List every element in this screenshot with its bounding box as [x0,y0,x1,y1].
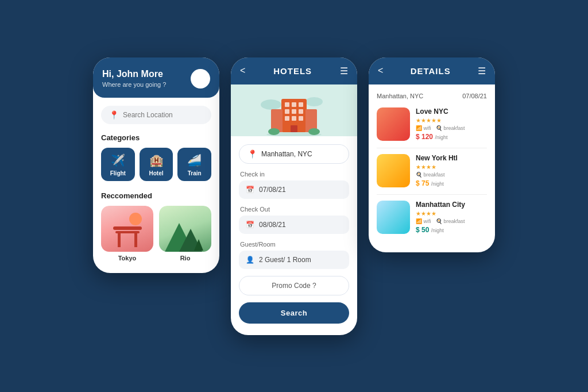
category-hotel[interactable]: 🏨 Hotel [140,148,173,181]
svg-rect-6 [285,109,289,114]
wifi-amenity-1: 📶 wifi [416,125,431,131]
recommended-title: Reccomended [101,191,211,200]
promo-field[interactable]: Promo Code ? [239,276,349,295]
hotel-amenities-3: 📶 wifi 🍳 breakfast [416,218,487,224]
rio-label: Rio [159,255,211,262]
checkout-field[interactable]: 📅 08/08/21 [239,216,349,234]
details-title: DETAILS [411,66,451,76]
hotel-thumb-3 [377,201,410,234]
greeting-area: Hi, John More Where are you going ? [102,69,166,88]
home-header: Hi, John More Where are you going ? [93,57,219,98]
promo-label: Promo Code ? [272,282,316,290]
breakfast-amenity-2: 🍳 breakfast [416,172,445,178]
guest-value: 2 Guest/ 1 Room [259,256,311,264]
breakfast-amenity-1: 🍳 breakfast [436,125,465,131]
divider-2 [377,194,487,195]
search-bar[interactable]: 📍 [101,106,211,124]
checkin-calendar-icon: 📅 [246,186,254,194]
hotel-card-3[interactable]: Manhattan City ★★★★ 📶 wifi 🍳 breakfast $… [377,201,487,234]
price-value-3: $ 50 [416,226,429,234]
location-value: Manhattan, NYC [261,150,312,158]
hotel-illustration [231,84,357,136]
svg-rect-4 [292,102,296,107]
hotel-stars-1: ★★★★★ [416,117,487,124]
category-flight[interactable]: ✈️ Flight [101,148,135,181]
search-button[interactable]: Search [239,302,349,324]
recommended-list: Tokyo Rio [101,206,211,262]
svg-point-16 [268,128,280,135]
details-menu-button[interactable]: ☰ [478,66,486,76]
hotel-info-3: Manhattan City ★★★★ 📶 wifi 🍳 breakfast $… [416,201,487,234]
checkout-calendar-icon: 📅 [246,221,254,229]
tokyo-sun [129,213,142,225]
rec-tokyo[interactable]: Tokyo [101,206,153,262]
svg-rect-9 [285,116,289,121]
checkin-field[interactable]: 📅 07/08/21 [239,180,349,199]
screens-container: Hi, John More Where are you going ? 📍 Ca… [93,57,495,335]
search-input[interactable] [123,111,203,119]
hotel-amenities-1: 📶 wifi 🍳 breakfast [416,125,487,131]
screen-hotels: < HOTELS ☰ [231,57,357,335]
price-night-1: /night [435,134,447,140]
hotel-card-1[interactable]: Love NYC ★★★★★ 📶 wifi 🍳 breakfast $ 120 … [377,107,487,141]
location-field[interactable]: 📍 Manhattan, NYC [239,144,349,164]
svg-point-0 [261,99,281,110]
screen-details: < DETAILS ☰ Manhattan, NYC 07/08/21 Love… [369,57,495,252]
home-body: 📍 Categories ✈️ Flight 🏨 Hotel 🚄 Train R… [93,98,219,273]
svg-point-1 [305,97,323,106]
svg-rect-5 [299,102,303,107]
checkin-label: Check in [240,171,349,178]
greeting-title: Hi, John More [102,69,166,79]
hotel-card-2[interactable]: New York Htl ★★★★ 🍳 breakfast $ 75 /nigh… [377,154,487,187]
hotel-price-1: $ 120 /night [416,133,487,141]
detail-location-row: Manhattan, NYC 07/08/21 [377,93,487,99]
hotel-svg [260,87,328,136]
train-icon: 🚄 [187,153,202,167]
detail-location: Manhattan, NYC [377,93,423,99]
details-back-button[interactable]: < [378,66,383,76]
pin-icon: 📍 [109,110,119,120]
hotel-icon: 🏨 [149,153,164,167]
price-night-2: /night [431,181,444,187]
hotel-stars-3: ★★★★ [416,210,487,217]
svg-point-17 [308,128,320,135]
hotels-header: < HOTELS ☰ [231,57,357,84]
checkout-label: Check Out [240,206,349,213]
train-label: Train [188,170,202,176]
checkout-value: 08/08/21 [259,221,286,229]
svg-rect-11 [299,116,303,121]
checkin-value: 07/08/21 [259,186,286,194]
flight-icon: ✈️ [111,153,125,167]
price-night-3: /night [431,228,444,233]
hotel-thumb-1 [377,107,410,141]
avatar[interactable] [191,69,210,89]
hotel-label: Hotel [149,170,164,176]
categories-title: Categories [101,133,211,142]
hotel-price-3: $ 50 /night [416,226,487,234]
flight-label: Flight [110,170,126,176]
back-button[interactable]: < [240,66,245,76]
breakfast-amenity-3: 🍳 breakfast [436,218,465,224]
rec-rio[interactable]: Rio [159,206,211,262]
category-train[interactable]: 🚄 Train [177,148,211,181]
hotels-body: 📍 Manhattan, NYC Check in 📅 07/08/21 Che… [231,136,357,335]
hotel-name-2: New York Htl [416,154,487,162]
price-value-2: $ 75 [416,179,429,187]
svg-rect-10 [292,116,296,121]
gate-leg-right [134,233,137,247]
screen-home: Hi, John More Where are you going ? 📍 Ca… [93,57,219,273]
hotel-thumb-2 [377,154,410,187]
guest-field[interactable]: 👤 2 Guest/ 1 Room [239,251,349,269]
menu-button[interactable]: ☰ [340,66,348,76]
hotels-title: HOTELS [273,66,312,76]
svg-rect-12 [291,125,297,132]
tokyo-gate [113,226,142,247]
detail-date: 07/08/21 [462,93,487,99]
hotel-info-1: Love NYC ★★★★★ 📶 wifi 🍳 breakfast $ 120 … [416,107,487,141]
hotel-amenities-2: 🍳 breakfast [416,172,487,178]
hotel-name-1: Love NYC [416,107,487,116]
divider-1 [377,148,487,148]
categories-list: ✈️ Flight 🏨 Hotel 🚄 Train [101,148,211,181]
svg-rect-3 [285,102,289,107]
tokyo-label: Tokyo [101,255,153,262]
